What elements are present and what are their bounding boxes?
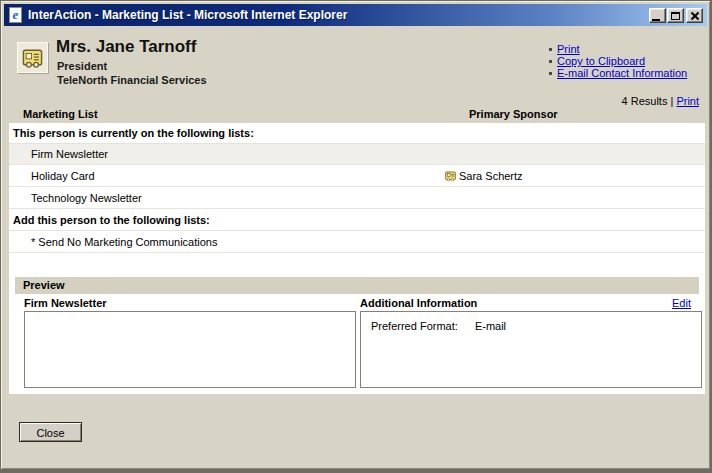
preview-header-bar: Preview [15,277,699,294]
results-separator: | [670,95,673,107]
preferred-format-value: E-mail [475,320,506,332]
column-header-primary-sponsor: Primary Sponsor [469,108,558,120]
additional-information-box: Preferred Format: E-mail [360,311,702,388]
column-header-marketing-list: Marketing List [23,108,98,120]
maximize-icon [671,12,680,20]
quick-links: Print Copy to Clipboard E-mail Contact I… [549,43,687,79]
close-button[interactable]: Close [19,422,82,442]
list-row-send-no-marketing[interactable]: * Send No Marketing Communications [9,232,705,253]
bullet-icon [549,60,552,63]
print-link[interactable]: Print [557,43,580,55]
contact-name: Mrs. Jane Tarnoff [56,37,196,57]
list-row-holiday-card[interactable]: Holiday Card Sara Schertz [9,166,705,187]
marketing-list-name: Firm Newsletter [31,148,108,160]
list-row-technology-newsletter[interactable]: Technology Newsletter [9,188,705,209]
quick-link-row: Print [549,43,687,55]
contact-job-title: President [57,60,107,72]
preview-left-label: Firm Newsletter [24,297,107,309]
ie-window: e InterAction - Marketing List - Microso… [0,0,712,473]
window-titlebar[interactable]: e InterAction - Marketing List - Microso… [4,4,707,26]
bullet-icon [549,48,552,51]
marketing-list-name: * Send No Marketing Communications [31,236,217,248]
results-print-link[interactable]: Print [676,95,699,107]
additional-information-label: Additional Information [360,297,477,309]
quick-link-row: E-mail Contact Information [549,67,687,79]
section-header-current-lists: This person is currently on the followin… [9,123,705,144]
results-line: 4 Results | Print [622,95,699,107]
contact-card-icon [17,42,48,73]
minimize-icon [652,19,660,21]
marketing-list-panel: This person is currently on the followin… [9,123,705,394]
section-header-add-lists: Add this person to the following lists: [9,210,705,231]
svg-text:e: e [13,7,19,22]
bullet-icon [549,72,552,75]
ie-icon: e [8,7,24,23]
list-row-firm-newsletter[interactable]: Firm Newsletter [9,144,705,165]
window-close-button[interactable] [686,8,703,23]
minimize-button[interactable] [649,8,666,23]
results-count: 4 Results [622,95,668,107]
quick-link-row: Copy to Clipboard [549,55,687,67]
primary-sponsor-name: Sara Schertz [459,170,523,182]
contact-company: TeleNorth Financial Services [57,74,207,86]
maximize-button[interactable] [667,8,684,23]
copy-to-clipboard-link[interactable]: Copy to Clipboard [557,55,645,67]
preview-content-box [24,311,356,388]
primary-sponsor-cell: Sara Schertz [444,169,523,183]
marketing-list-name: Technology Newsletter [31,192,142,204]
close-icon [690,11,699,20]
edit-link[interactable]: Edit [672,297,691,309]
preferred-format-label: Preferred Format: [371,320,458,332]
email-contact-information-link[interactable]: E-mail Contact Information [557,67,687,79]
window-title: InterAction - Marketing List - Microsoft… [28,8,347,22]
contact-card-icon [444,169,457,183]
marketing-list-name: Holiday Card [31,170,95,182]
preview-title: Preview [23,279,65,291]
